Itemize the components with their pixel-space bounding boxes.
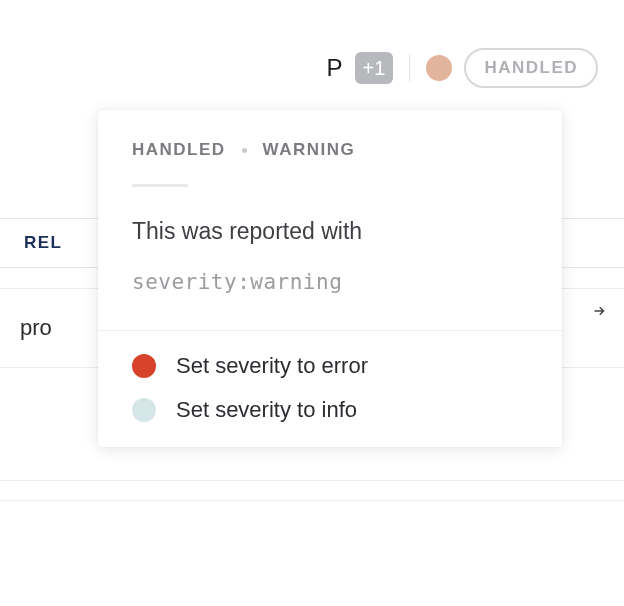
tag-severity: WARNING: [263, 140, 356, 160]
tab-label-fragment[interactable]: REL: [24, 233, 63, 253]
severity-indicator-dot[interactable]: [426, 55, 452, 81]
popover-body: This was reported with severity:warning: [98, 187, 562, 294]
tag-handled: HANDLED: [132, 140, 226, 160]
popover-actions: Set severity to error Set severity to in…: [98, 331, 562, 425]
divider: [0, 500, 624, 501]
severity-info-icon: [132, 398, 156, 422]
action-label: Set severity to error: [176, 353, 368, 379]
popover-code: severity:warning: [132, 270, 528, 294]
popover-tags: HANDLED WARNING: [132, 140, 528, 160]
severity-popover: HANDLED WARNING This was reported with s…: [98, 110, 562, 447]
action-set-severity-error[interactable]: Set severity to error: [132, 351, 528, 381]
chevron-right-icon[interactable]: [584, 296, 614, 326]
action-set-severity-info[interactable]: Set severity to info: [132, 395, 528, 425]
severity-error-icon: [132, 354, 156, 378]
popover-message: This was reported with: [132, 215, 528, 248]
issue-header-row: P +1 HANDLED: [327, 48, 598, 88]
popover-header: HANDLED WARNING: [98, 110, 562, 187]
additional-count-badge[interactable]: +1: [355, 52, 394, 84]
project-letter: P: [327, 54, 343, 82]
divider: [0, 480, 624, 481]
handled-status-pill[interactable]: HANDLED: [464, 48, 598, 88]
dot-separator-icon: [242, 148, 247, 153]
action-label: Set severity to info: [176, 397, 357, 423]
divider: [409, 54, 410, 82]
row-text-fragment: pro: [20, 315, 52, 341]
